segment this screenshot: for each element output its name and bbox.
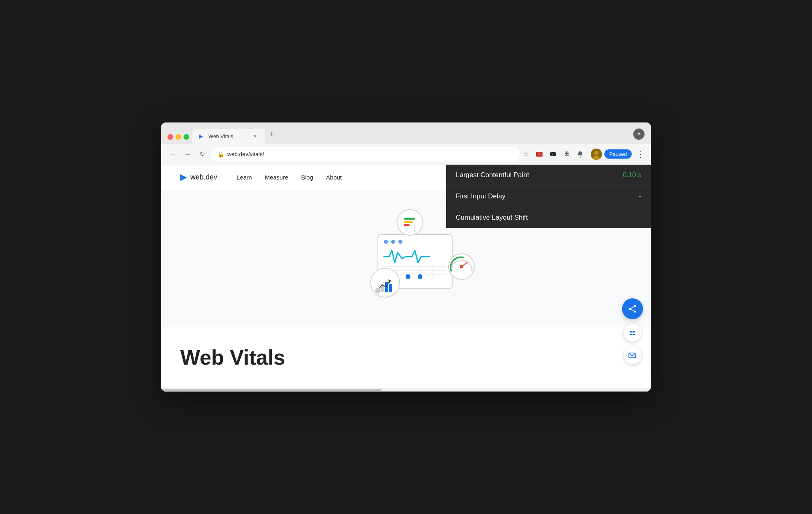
vitals-row-lcp: Largest Contentful Paint 0.10 s bbox=[446, 165, 651, 186]
refresh-icon: ↻ bbox=[200, 150, 205, 158]
page-title: Web Vitals bbox=[180, 346, 632, 369]
svg-point-34 bbox=[375, 288, 381, 294]
svg-rect-32 bbox=[385, 282, 388, 292]
share-icon bbox=[628, 304, 637, 313]
nav-item-blog[interactable]: Blog bbox=[301, 174, 313, 181]
browser-controls-right: ▼ bbox=[633, 128, 645, 144]
list-fab-button[interactable] bbox=[624, 324, 641, 342]
email-fab-button[interactable] bbox=[624, 347, 641, 364]
nav-item-measure[interactable]: Measure bbox=[265, 174, 288, 181]
logo-text: web.dev bbox=[190, 173, 217, 182]
browser-window: ▶ Web Vitals ✕ + ▼ ← → ↻ 🔒 web.dev/vital… bbox=[161, 122, 651, 392]
refresh-button[interactable]: ↻ bbox=[196, 149, 208, 160]
url-text: web.dev/vitals/ bbox=[227, 151, 264, 157]
extension-icon-1[interactable] bbox=[534, 149, 545, 160]
share-fab-button[interactable] bbox=[622, 298, 643, 319]
svg-rect-24 bbox=[404, 224, 410, 226]
fid-label: First Input Delay bbox=[456, 192, 506, 200]
lock-icon: 🔒 bbox=[217, 151, 224, 157]
address-bar-right: ☆ >_ bbox=[523, 149, 645, 160]
svg-rect-33 bbox=[389, 284, 392, 292]
address-bar: ← → ↻ 🔒 web.dev/vitals/ ☆ bbox=[161, 144, 651, 165]
cls-label: Cumulative Layout Shift bbox=[456, 214, 528, 222]
profile-menu-icon[interactable]: ▼ bbox=[633, 128, 645, 140]
svg-point-6 bbox=[594, 151, 598, 155]
vitals-row-fid: First Input Delay - bbox=[446, 186, 651, 207]
svg-point-11 bbox=[398, 240, 402, 244]
minimize-button[interactable] bbox=[175, 134, 181, 140]
svg-rect-31 bbox=[381, 286, 384, 292]
svg-point-4 bbox=[579, 156, 581, 157]
traffic-lights bbox=[167, 134, 189, 144]
profile-avatar[interactable] bbox=[591, 149, 602, 160]
svg-line-43 bbox=[631, 307, 634, 308]
tab-close-button[interactable]: ✕ bbox=[252, 133, 258, 140]
cls-value: - bbox=[639, 214, 641, 222]
fab-container bbox=[622, 298, 643, 364]
back-icon: ← bbox=[170, 151, 176, 158]
svg-rect-23 bbox=[404, 221, 413, 223]
site-logo[interactable]: ▶ web.dev bbox=[180, 172, 217, 182]
logo-icon: ▶ bbox=[180, 172, 186, 182]
svg-point-20 bbox=[418, 274, 422, 279]
extensions-icon[interactable] bbox=[561, 149, 572, 160]
vitals-overlay: Largest Contentful Paint 0.10 s First In… bbox=[446, 165, 651, 228]
svg-point-19 bbox=[406, 274, 410, 279]
active-tab[interactable]: ▶ Web Vitals ✕ bbox=[192, 129, 265, 144]
maximize-button[interactable] bbox=[184, 134, 189, 140]
website-content: ▶ web.dev Learn Measure Blog About 🔍 Sea… bbox=[161, 165, 651, 388]
new-tab-button[interactable]: + bbox=[266, 126, 277, 144]
svg-line-44 bbox=[631, 309, 634, 311]
scrollbar[interactable] bbox=[161, 388, 651, 392]
tab-bar: ▶ Web Vitals ✕ + bbox=[192, 126, 630, 144]
notification-icon[interactable] bbox=[575, 149, 586, 160]
star-icon[interactable]: ☆ bbox=[523, 150, 529, 158]
forward-button[interactable]: → bbox=[182, 149, 193, 160]
svg-point-9 bbox=[384, 240, 388, 244]
svg-point-40 bbox=[634, 305, 636, 307]
vitals-row-cls: Cumulative Layout Shift - bbox=[446, 207, 651, 228]
tab-favicon-icon: ▶ bbox=[199, 133, 205, 140]
lcp-label: Largest Contentful Paint bbox=[456, 171, 529, 179]
svg-text:>_: >_ bbox=[551, 153, 555, 157]
svg-point-10 bbox=[391, 240, 395, 244]
nav-item-about[interactable]: About bbox=[326, 174, 342, 181]
close-button[interactable] bbox=[167, 134, 173, 140]
title-bar: ▶ Web Vitals ✕ + ▼ bbox=[161, 122, 651, 144]
svg-point-42 bbox=[629, 308, 631, 310]
back-button[interactable]: ← bbox=[167, 149, 179, 160]
tab-title-label: Web Vitals bbox=[208, 133, 249, 139]
more-options-button[interactable]: ⋮ bbox=[637, 149, 645, 159]
svg-point-41 bbox=[634, 311, 636, 313]
nav-item-learn[interactable]: Learn bbox=[237, 174, 252, 181]
url-bar[interactable]: 🔒 web.dev/vitals/ bbox=[211, 147, 520, 161]
forward-icon: → bbox=[184, 151, 191, 158]
svg-rect-1 bbox=[538, 153, 541, 155]
email-icon bbox=[628, 352, 637, 359]
extension-icon-2[interactable]: >_ bbox=[547, 149, 559, 160]
content-area: Web Vitals bbox=[161, 327, 651, 388]
profile-area: Paused bbox=[591, 149, 632, 160]
list-icon bbox=[629, 329, 636, 337]
paused-label: Paused bbox=[609, 151, 627, 157]
toolbar-icons: >_ bbox=[534, 149, 586, 160]
paused-button[interactable]: Paused bbox=[604, 149, 632, 159]
scrollbar-thumb bbox=[161, 389, 382, 391]
svg-rect-22 bbox=[404, 218, 415, 220]
fid-value: - bbox=[639, 192, 641, 200]
svg-point-37 bbox=[460, 265, 463, 268]
lcp-value: 0.10 s bbox=[623, 171, 641, 179]
